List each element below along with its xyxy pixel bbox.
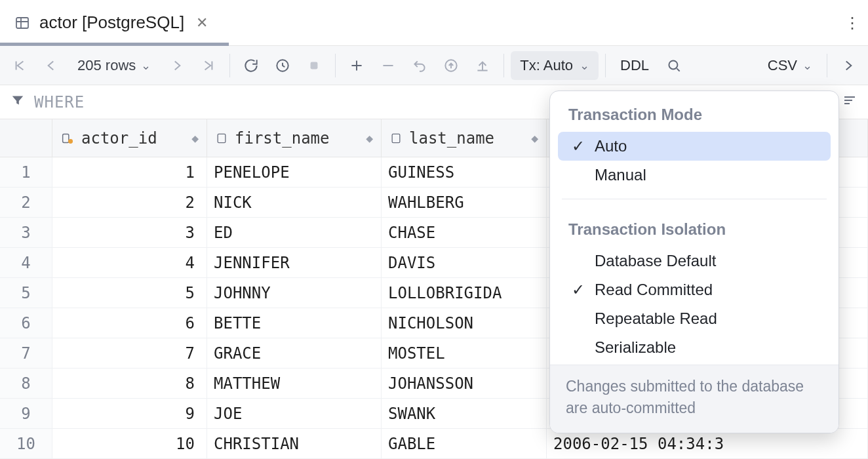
column-header-last-name[interactable]: last_name ◆: [382, 119, 547, 157]
cell-first-name[interactable]: GRACE: [207, 338, 382, 368]
column-header-actor-id[interactable]: actor_id ◆: [52, 119, 207, 157]
tx-mode-auto[interactable]: ✓ Auto: [558, 132, 831, 161]
cell-last-name[interactable]: CHASE: [382, 218, 547, 247]
column-name: first_name: [235, 129, 330, 148]
row-number: 10: [0, 429, 52, 458]
tx-mode-manual[interactable]: Manual: [558, 161, 831, 190]
ddl-button[interactable]: DDL: [612, 57, 657, 74]
menu-item-label: Read Committed: [595, 281, 713, 299]
filter-icon: [10, 93, 25, 111]
cell-actor-id[interactable]: 10: [52, 429, 207, 458]
export-format-dropdown[interactable]: CSV ⌄: [760, 57, 820, 74]
prev-page-button[interactable]: [37, 51, 66, 80]
more-menu-button[interactable]: ⋮: [837, 14, 868, 32]
cell-actor-id[interactable]: 2: [52, 188, 207, 217]
cell-timestamp[interactable]: 2006-02-15 04:34:3: [547, 429, 868, 458]
cell-first-name[interactable]: JENNIFER: [207, 248, 382, 277]
tx-iso-default[interactable]: Database Default: [558, 247, 831, 275]
cell-actor-id[interactable]: 8: [52, 369, 207, 398]
cell-actor-id[interactable]: 5: [52, 278, 207, 308]
cell-last-name[interactable]: GABLE: [382, 429, 547, 458]
table-icon: [14, 15, 30, 31]
svg-rect-8: [392, 134, 400, 142]
cell-first-name[interactable]: BETTE: [207, 308, 382, 338]
tx-iso-read-committed[interactable]: ✓ Read Committed: [558, 275, 831, 304]
add-row-button[interactable]: [342, 51, 371, 80]
row-number: 9: [0, 399, 52, 428]
tx-iso-header: Transaction Isolation: [550, 215, 838, 247]
row-number: 2: [0, 188, 52, 217]
transaction-menu: Transaction Mode ✓ Auto Manual Transacti…: [549, 90, 839, 433]
check-icon: ✓: [571, 281, 585, 299]
cell-first-name[interactable]: JOHNNY: [207, 278, 382, 308]
cell-first-name[interactable]: NICK: [207, 188, 382, 217]
revert-button[interactable]: [405, 51, 434, 80]
where-placeholder: WHERE: [34, 93, 85, 111]
svg-rect-0: [16, 18, 28, 28]
row-number: 6: [0, 308, 52, 338]
row-number: 1: [0, 157, 52, 187]
history-button[interactable]: [268, 51, 297, 80]
row-number: 7: [0, 338, 52, 368]
column-name: last_name: [409, 129, 494, 148]
cell-actor-id[interactable]: 6: [52, 308, 207, 338]
cell-last-name[interactable]: JOHANSSON: [382, 369, 547, 398]
key-column-icon: [60, 131, 75, 146]
cell-first-name[interactable]: PENELOPE: [207, 157, 382, 187]
menu-item-label: Auto: [595, 137, 627, 155]
svg-point-6: [69, 139, 73, 143]
overflow-right-button[interactable]: [834, 51, 863, 80]
check-icon: ✓: [571, 137, 585, 155]
toolbar: 205 rows ⌄ Tx: Auto ⌄ DDL CSV ⌄: [0, 46, 868, 85]
row-number: 8: [0, 369, 52, 398]
last-page-button[interactable]: [194, 51, 223, 80]
reload-button[interactable]: [237, 51, 266, 80]
menu-item-label: Serializable: [595, 338, 676, 357]
cell-last-name[interactable]: LOLLOBRIGIDA: [382, 278, 547, 308]
cell-last-name[interactable]: SWANK: [382, 399, 547, 428]
close-icon[interactable]: ✕: [193, 12, 210, 34]
row-count-dropdown[interactable]: 205 rows ⌄: [68, 57, 160, 74]
stop-button[interactable]: [300, 51, 328, 80]
upload-button[interactable]: [468, 51, 497, 80]
tab-title: actor [PostgreSQL]: [39, 12, 184, 33]
cell-actor-id[interactable]: 7: [52, 338, 207, 368]
cell-actor-id[interactable]: 3: [52, 218, 207, 247]
chevron-down-icon: ⌄: [580, 58, 589, 73]
submit-button[interactable]: [437, 51, 465, 80]
sort-icon[interactable]: ◆: [531, 131, 538, 145]
column-icon: [215, 132, 228, 145]
svg-rect-2: [311, 62, 318, 69]
remove-row-button[interactable]: [374, 51, 403, 80]
search-button[interactable]: [660, 51, 688, 80]
column-icon: [389, 132, 403, 145]
cell-actor-id[interactable]: 4: [52, 248, 207, 277]
chevron-down-icon: ⌄: [802, 58, 812, 73]
cell-last-name[interactable]: MOSTEL: [382, 338, 547, 368]
tx-mode-dropdown[interactable]: Tx: Auto ⌄: [511, 51, 599, 80]
cell-last-name[interactable]: NICHOLSON: [382, 308, 547, 338]
first-page-button[interactable]: [5, 51, 34, 80]
cell-actor-id[interactable]: 1: [52, 157, 207, 187]
sort-icon[interactable]: ◆: [191, 131, 199, 145]
row-number: 4: [0, 248, 52, 277]
cell-actor-id[interactable]: 9: [52, 399, 207, 428]
cell-first-name[interactable]: MATTHEW: [207, 369, 382, 398]
menu-item-label: Repeatable Read: [595, 309, 717, 328]
tx-iso-repeatable-read[interactable]: Repeatable Read: [558, 304, 831, 333]
cell-last-name[interactable]: WAHLBERG: [382, 188, 547, 217]
cell-first-name[interactable]: CHRISTIAN: [207, 429, 382, 458]
order-by-icon[interactable]: [842, 92, 858, 112]
tab-actor[interactable]: actor [PostgreSQL] ✕: [0, 0, 229, 45]
cell-last-name[interactable]: DAVIS: [382, 248, 547, 277]
cell-first-name[interactable]: JOE: [207, 399, 382, 428]
cell-last-name[interactable]: GUINESS: [382, 157, 547, 187]
row-number: 3: [0, 218, 52, 247]
tx-mode-header: Transaction Mode: [550, 100, 838, 132]
tx-iso-serializable[interactable]: Serializable: [558, 333, 831, 362]
cell-first-name[interactable]: ED: [207, 218, 382, 247]
sort-icon[interactable]: ◆: [366, 131, 373, 145]
column-header-first-name[interactable]: first_name ◆: [207, 119, 382, 157]
next-page-button[interactable]: [163, 51, 191, 80]
table-row[interactable]: 1010CHRISTIANGABLE2006-02-15 04:34:3: [0, 429, 868, 459]
